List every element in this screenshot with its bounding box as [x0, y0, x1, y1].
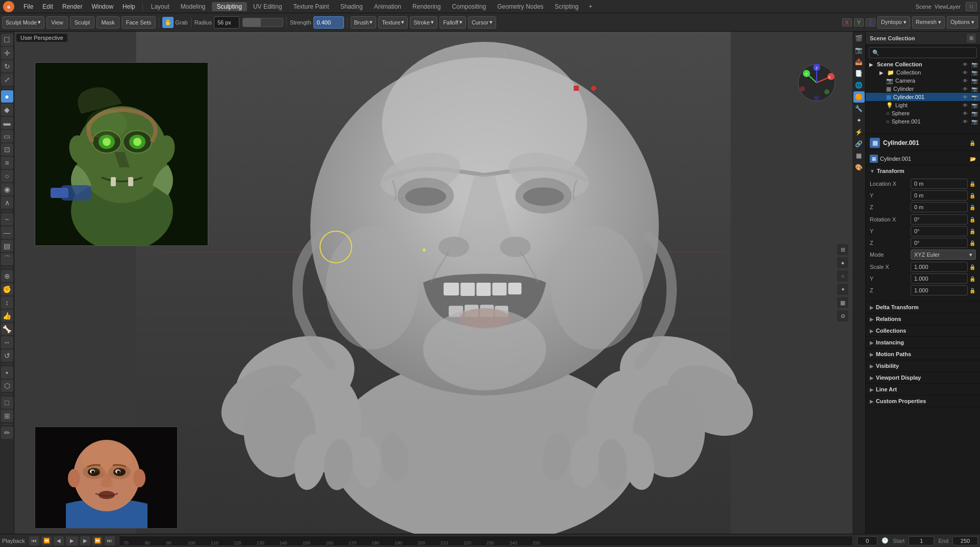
- loc-x-value[interactable]: 0 m: [911, 179, 968, 189]
- loc-z-value[interactable]: 0 m: [911, 202, 968, 212]
- prop-icon-view-layer[interactable]: 📑: [853, 68, 865, 79]
- tool-scale[interactable]: ⤢: [1, 73, 13, 86]
- prop-icon-physics[interactable]: ⚡: [853, 127, 865, 138]
- outliner-item-scene-collection[interactable]: ▶ Scene Collection 👁 📷: [866, 60, 980, 68]
- loc-y-value[interactable]: 0 m: [911, 190, 968, 201]
- cam-icon-scene[interactable]: 📷: [971, 61, 978, 68]
- rot-x-lock[interactable]: 🔒: [969, 216, 976, 223]
- render-sphere001[interactable]: 📷: [971, 118, 978, 125]
- motion-paths-header[interactable]: ▶ Motion Paths: [866, 349, 980, 360]
- rotation-mode-dropdown[interactable]: XYZ Euler ▾: [911, 250, 976, 260]
- mask-btn[interactable]: Mask: [96, 16, 119, 29]
- start-value[interactable]: 1: [909, 536, 934, 545]
- outliner-search[interactable]: 🔍: [869, 47, 977, 58]
- instancing-header[interactable]: ▶ Instancing: [866, 337, 980, 348]
- prev-keyframe-btn[interactable]: ◀: [54, 536, 64, 545]
- tool-clay-strips[interactable]: ▭: [1, 130, 13, 142]
- tool-fill[interactable]: ▤: [1, 240, 13, 252]
- viewport-icon-6[interactable]: ⊘: [837, 310, 848, 321]
- tab-layout[interactable]: Layout: [146, 2, 175, 11]
- tool-draw[interactable]: ●: [1, 90, 13, 103]
- viewport-icon-4[interactable]: ✦: [837, 284, 848, 295]
- outliner-item-light[interactable]: 💡 Light 👁 📷: [866, 101, 980, 109]
- prop-icon-object[interactable]: 🟠: [853, 91, 865, 103]
- tool-blob[interactable]: ◉: [1, 183, 13, 195]
- tool-clay-thumb[interactable]: ⊡: [1, 143, 13, 156]
- menu-window[interactable]: Window: [87, 2, 117, 11]
- viewport-icon-1[interactable]: ⊞: [837, 244, 848, 255]
- eye-cyl[interactable]: 👁: [962, 85, 969, 92]
- relations-header[interactable]: ▶ Relations: [866, 313, 980, 325]
- tool-nudge[interactable]: ↔: [1, 336, 13, 349]
- rot-y-value[interactable]: 0°: [911, 226, 968, 236]
- grab-tool-icon[interactable]: ✋: [162, 17, 174, 28]
- strength-value[interactable]: 0.400: [313, 16, 344, 29]
- axis-y[interactable]: Y: [854, 18, 864, 27]
- dyntopo-btn[interactable]: Dyntopo ▾: [877, 16, 910, 29]
- tool-scrape[interactable]: ⌒: [1, 253, 13, 265]
- 3d-viewport[interactable]: User Perspective: [14, 32, 852, 534]
- face-sets-btn[interactable]: Face Sets: [121, 16, 156, 29]
- eye-sphere[interactable]: 👁: [962, 110, 969, 117]
- transform-header[interactable]: ▼ Transform: [866, 165, 980, 177]
- eye-cam-item[interactable]: 👁: [962, 77, 969, 84]
- tab-shading[interactable]: Shading: [335, 2, 368, 11]
- tool-transform[interactable]: ⊞: [1, 410, 13, 422]
- tool-draw-sharp[interactable]: ◆: [1, 104, 13, 116]
- axis-x[interactable]: X: [842, 18, 852, 27]
- prop-icon-particles[interactable]: ✦: [853, 115, 865, 126]
- tool-layer[interactable]: ≡: [1, 157, 13, 169]
- tab-compositing[interactable]: Compositing: [447, 2, 491, 11]
- tab-texture-paint[interactable]: Texture Paint: [288, 2, 334, 11]
- radius-slider[interactable]: [242, 18, 283, 27]
- scale-y-value[interactable]: 1.000: [911, 274, 968, 284]
- menu-file[interactable]: File: [19, 2, 37, 11]
- tool-grab[interactable]: ✊: [1, 283, 13, 295]
- line-art-header[interactable]: ▶ Line Art: [866, 384, 980, 395]
- eye-icon-scene[interactable]: 👁: [962, 61, 969, 68]
- render-cyl[interactable]: 📷: [971, 85, 978, 92]
- tool-flatten[interactable]: —: [1, 227, 13, 239]
- maximize-btn[interactable]: □: [966, 2, 977, 11]
- prop-icon-constraints[interactable]: 🔗: [853, 138, 865, 150]
- viewport-icon-2[interactable]: ●: [837, 257, 848, 268]
- end-value[interactable]: 250: [952, 536, 978, 545]
- loc-y-lock[interactable]: 🔒: [969, 192, 976, 199]
- tool-mask[interactable]: ▪: [1, 366, 13, 379]
- cursor-dropdown[interactable]: Cursor ▾: [468, 16, 496, 29]
- current-frame[interactable]: 0: [857, 536, 877, 545]
- prop-icon-data[interactable]: ▦: [853, 150, 865, 161]
- tool-box-mask[interactable]: □: [1, 396, 13, 409]
- outliner-item-sphere001[interactable]: ○ Sphere.001 👁 📷: [866, 117, 980, 126]
- render-light[interactable]: 📷: [971, 102, 978, 109]
- options-btn[interactable]: Options ▾: [947, 16, 978, 29]
- tool-snake-hook[interactable]: ↕: [1, 296, 13, 309]
- tool-box[interactable]: ☐: [1, 34, 13, 46]
- falloff-dropdown[interactable]: Falloff ▾: [439, 16, 466, 29]
- view-btn[interactable]: View: [46, 16, 68, 29]
- props-lock-icon[interactable]: 🔒: [969, 139, 976, 146]
- axis-z[interactable]: Z: [866, 18, 875, 27]
- tool-clay[interactable]: ▬: [1, 117, 13, 129]
- tool-rotate[interactable]: ↻: [1, 60, 13, 72]
- tool-smooth[interactable]: ~: [1, 213, 13, 226]
- tool-move[interactable]: ✛: [1, 47, 13, 59]
- outliner-filter-btn[interactable]: ⊞: [967, 34, 976, 43]
- render-sphere[interactable]: 📷: [971, 110, 978, 117]
- tab-add-button[interactable]: +: [585, 2, 597, 11]
- tab-modeling[interactable]: Modeling: [176, 2, 211, 11]
- radius-value[interactable]: 56 px: [214, 16, 239, 29]
- tool-rotate-brush[interactable]: ↺: [1, 350, 13, 362]
- collections-header[interactable]: ▶ Collections: [866, 325, 980, 336]
- menu-help[interactable]: Help: [118, 2, 139, 11]
- delta-transform-header[interactable]: ▶ Delta Transform: [866, 302, 980, 313]
- axis-widget[interactable]: X Y Z: [796, 62, 837, 103]
- tab-sculpting[interactable]: Sculpting: [212, 2, 247, 11]
- scale-z-value[interactable]: 1.000: [911, 285, 968, 295]
- scale-y-lock[interactable]: 🔒: [969, 275, 976, 282]
- jump-start-btn[interactable]: ⏮: [29, 536, 39, 545]
- eye-cyl001[interactable]: 👁: [962, 93, 969, 101]
- outliner-item-sphere[interactable]: ○ Sphere 👁 📷: [866, 109, 980, 117]
- render-cyl001[interactable]: 📷: [971, 93, 978, 101]
- outliner-item-collection[interactable]: ▶ 📁 Collection 👁 📷: [866, 68, 980, 77]
